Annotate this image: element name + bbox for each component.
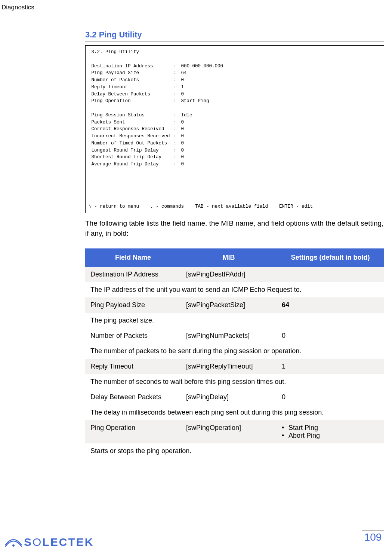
table-desc-row: Starts or stops the ping operation. [85, 443, 384, 459]
mib-cell: [swPingDelay] [181, 389, 277, 405]
settings-cell: 0 [277, 389, 384, 405]
field-table: Field Name MIB Settings (default in bold… [85, 248, 384, 459]
row-description: The number of seconds to wait before thi… [85, 374, 384, 389]
row-description: The IP address of the unit you want to s… [85, 282, 384, 297]
mib-cell: [swPingOperation] [181, 420, 277, 443]
logo-swoosh-icon [4, 536, 22, 548]
brand-logo: SOLECTEK [4, 536, 94, 549]
page-header-label: Diagnostics [1, 4, 392, 11]
svg-point-0 [12, 544, 15, 547]
intro-paragraph: The following table lists the field name… [85, 219, 384, 239]
mib-cell: [swPingDestIPAddr] [181, 267, 277, 282]
mib-cell: [swPingNumPackets] [181, 328, 277, 343]
mib-cell: [swPingReplyTimeout] [181, 359, 277, 374]
table-row: Ping Payload Size[swPingPacketSize]64 [85, 297, 384, 313]
table-row: Destination IP Address[swPingDestIPAddr] [85, 267, 384, 282]
table-desc-row: The ping packet size. [85, 313, 384, 328]
table-desc-row: The delay in milliseconds between each p… [85, 405, 384, 420]
settings-cell: 1 [277, 359, 384, 374]
settings-cell: 64 [277, 297, 384, 313]
col-header-mib: MIB [181, 248, 277, 267]
settings-cell: 0 [277, 328, 384, 343]
terminal-output: 3.2. Ping Utility Destination IP Address… [85, 45, 384, 213]
table-desc-row: The number of seconds to wait before thi… [85, 374, 384, 389]
table-row: Number of Packets[swPingNumPackets]0 [85, 328, 384, 343]
field-name-cell: Reply Timeout [85, 359, 181, 374]
logo-text: SOLECTEK [24, 536, 94, 549]
table-row: Delay Between Packets[swPingDelay]0 [85, 389, 384, 405]
table-desc-row: The number of packets to be sent during … [85, 343, 384, 359]
mib-cell: [swPingPacketSize] [181, 297, 277, 313]
settings-cell: Start PingAbort Ping [277, 420, 384, 443]
row-description: The number of packets to be sent during … [85, 343, 384, 359]
field-name-cell: Delay Between Packets [85, 389, 181, 405]
col-header-field: Field Name [85, 248, 181, 267]
settings-cell [277, 267, 384, 282]
row-description: The ping packet size. [85, 313, 384, 328]
field-name-cell: Number of Packets [85, 328, 181, 343]
main-content: 3.2 Ping Utility 3.2. Ping Utility Desti… [85, 30, 384, 459]
field-name-cell: Ping Operation [85, 420, 181, 443]
page-number: 109 [362, 530, 384, 543]
table-row: Ping Operation[swPingOperation]Start Pin… [85, 420, 384, 443]
row-description: Starts or stops the ping operation. [85, 443, 384, 459]
row-description: The delay in milliseconds between each p… [85, 405, 384, 420]
section-title: 3.2 Ping Utility [85, 30, 384, 42]
field-name-cell: Destination IP Address [85, 267, 181, 282]
table-row: Reply Timeout[swPingReplyTimeout]1 [85, 359, 384, 374]
table-desc-row: The IP address of the unit you want to s… [85, 282, 384, 297]
col-header-settings: Settings (default in bold) [277, 248, 384, 267]
field-name-cell: Ping Payload Size [85, 297, 181, 313]
